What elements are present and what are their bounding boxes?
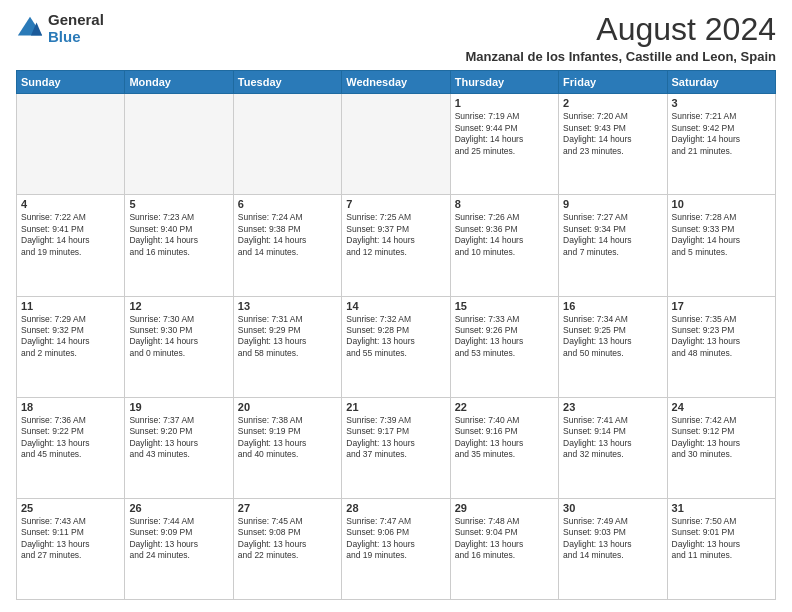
day-number: 28 bbox=[346, 502, 445, 514]
day-info: Sunrise: 7:24 AM Sunset: 9:38 PM Dayligh… bbox=[238, 212, 337, 258]
day-number: 26 bbox=[129, 502, 228, 514]
day-cell: 4Sunrise: 7:22 AM Sunset: 9:41 PM Daylig… bbox=[17, 195, 125, 296]
day-number: 4 bbox=[21, 198, 120, 210]
day-number: 1 bbox=[455, 97, 554, 109]
col-header-tuesday: Tuesday bbox=[233, 71, 341, 94]
day-number: 12 bbox=[129, 300, 228, 312]
day-cell: 16Sunrise: 7:34 AM Sunset: 9:25 PM Dayli… bbox=[559, 296, 667, 397]
day-cell: 8Sunrise: 7:26 AM Sunset: 9:36 PM Daylig… bbox=[450, 195, 558, 296]
day-cell bbox=[125, 94, 233, 195]
day-number: 2 bbox=[563, 97, 662, 109]
day-cell: 2Sunrise: 7:20 AM Sunset: 9:43 PM Daylig… bbox=[559, 94, 667, 195]
day-number: 7 bbox=[346, 198, 445, 210]
day-info: Sunrise: 7:49 AM Sunset: 9:03 PM Dayligh… bbox=[563, 516, 662, 562]
day-cell: 5Sunrise: 7:23 AM Sunset: 9:40 PM Daylig… bbox=[125, 195, 233, 296]
day-cell: 23Sunrise: 7:41 AM Sunset: 9:14 PM Dayli… bbox=[559, 397, 667, 498]
day-info: Sunrise: 7:32 AM Sunset: 9:28 PM Dayligh… bbox=[346, 314, 445, 360]
day-info: Sunrise: 7:25 AM Sunset: 9:37 PM Dayligh… bbox=[346, 212, 445, 258]
day-info: Sunrise: 7:41 AM Sunset: 9:14 PM Dayligh… bbox=[563, 415, 662, 461]
day-number: 25 bbox=[21, 502, 120, 514]
day-cell: 13Sunrise: 7:31 AM Sunset: 9:29 PM Dayli… bbox=[233, 296, 341, 397]
day-info: Sunrise: 7:29 AM Sunset: 9:32 PM Dayligh… bbox=[21, 314, 120, 360]
day-number: 24 bbox=[672, 401, 771, 413]
day-cell: 17Sunrise: 7:35 AM Sunset: 9:23 PM Dayli… bbox=[667, 296, 775, 397]
col-header-wednesday: Wednesday bbox=[342, 71, 450, 94]
day-cell: 20Sunrise: 7:38 AM Sunset: 9:19 PM Dayli… bbox=[233, 397, 341, 498]
day-info: Sunrise: 7:23 AM Sunset: 9:40 PM Dayligh… bbox=[129, 212, 228, 258]
day-info: Sunrise: 7:28 AM Sunset: 9:33 PM Dayligh… bbox=[672, 212, 771, 258]
week-row-5: 25Sunrise: 7:43 AM Sunset: 9:11 PM Dayli… bbox=[17, 498, 776, 599]
day-info: Sunrise: 7:50 AM Sunset: 9:01 PM Dayligh… bbox=[672, 516, 771, 562]
day-cell: 30Sunrise: 7:49 AM Sunset: 9:03 PM Dayli… bbox=[559, 498, 667, 599]
day-number: 13 bbox=[238, 300, 337, 312]
week-row-3: 11Sunrise: 7:29 AM Sunset: 9:32 PM Dayli… bbox=[17, 296, 776, 397]
day-number: 30 bbox=[563, 502, 662, 514]
day-info: Sunrise: 7:40 AM Sunset: 9:16 PM Dayligh… bbox=[455, 415, 554, 461]
day-cell: 10Sunrise: 7:28 AM Sunset: 9:33 PM Dayli… bbox=[667, 195, 775, 296]
day-cell: 28Sunrise: 7:47 AM Sunset: 9:06 PM Dayli… bbox=[342, 498, 450, 599]
day-number: 14 bbox=[346, 300, 445, 312]
day-number: 27 bbox=[238, 502, 337, 514]
day-number: 8 bbox=[455, 198, 554, 210]
day-cell: 21Sunrise: 7:39 AM Sunset: 9:17 PM Dayli… bbox=[342, 397, 450, 498]
logo-general: General bbox=[48, 12, 104, 29]
logo-blue: Blue bbox=[48, 29, 104, 46]
day-cell bbox=[17, 94, 125, 195]
day-info: Sunrise: 7:31 AM Sunset: 9:29 PM Dayligh… bbox=[238, 314, 337, 360]
day-number: 23 bbox=[563, 401, 662, 413]
day-cell: 15Sunrise: 7:33 AM Sunset: 9:26 PM Dayli… bbox=[450, 296, 558, 397]
day-number: 19 bbox=[129, 401, 228, 413]
logo-text: General Blue bbox=[48, 12, 104, 45]
day-cell: 26Sunrise: 7:44 AM Sunset: 9:09 PM Dayli… bbox=[125, 498, 233, 599]
day-cell: 27Sunrise: 7:45 AM Sunset: 9:08 PM Dayli… bbox=[233, 498, 341, 599]
day-cell bbox=[233, 94, 341, 195]
day-cell: 1Sunrise: 7:19 AM Sunset: 9:44 PM Daylig… bbox=[450, 94, 558, 195]
day-info: Sunrise: 7:19 AM Sunset: 9:44 PM Dayligh… bbox=[455, 111, 554, 157]
day-info: Sunrise: 7:21 AM Sunset: 9:42 PM Dayligh… bbox=[672, 111, 771, 157]
day-info: Sunrise: 7:47 AM Sunset: 9:06 PM Dayligh… bbox=[346, 516, 445, 562]
col-header-monday: Monday bbox=[125, 71, 233, 94]
day-number: 16 bbox=[563, 300, 662, 312]
day-cell bbox=[342, 94, 450, 195]
day-info: Sunrise: 7:38 AM Sunset: 9:19 PM Dayligh… bbox=[238, 415, 337, 461]
day-info: Sunrise: 7:48 AM Sunset: 9:04 PM Dayligh… bbox=[455, 516, 554, 562]
day-info: Sunrise: 7:27 AM Sunset: 9:34 PM Dayligh… bbox=[563, 212, 662, 258]
logo: General Blue bbox=[16, 12, 104, 45]
day-cell: 9Sunrise: 7:27 AM Sunset: 9:34 PM Daylig… bbox=[559, 195, 667, 296]
day-cell: 3Sunrise: 7:21 AM Sunset: 9:42 PM Daylig… bbox=[667, 94, 775, 195]
main-title: August 2024 bbox=[465, 12, 776, 47]
day-number: 21 bbox=[346, 401, 445, 413]
day-info: Sunrise: 7:45 AM Sunset: 9:08 PM Dayligh… bbox=[238, 516, 337, 562]
header: General Blue August 2024 Manzanal de los… bbox=[16, 12, 776, 64]
day-cell: 31Sunrise: 7:50 AM Sunset: 9:01 PM Dayli… bbox=[667, 498, 775, 599]
day-info: Sunrise: 7:26 AM Sunset: 9:36 PM Dayligh… bbox=[455, 212, 554, 258]
day-info: Sunrise: 7:44 AM Sunset: 9:09 PM Dayligh… bbox=[129, 516, 228, 562]
day-info: Sunrise: 7:43 AM Sunset: 9:11 PM Dayligh… bbox=[21, 516, 120, 562]
week-row-2: 4Sunrise: 7:22 AM Sunset: 9:41 PM Daylig… bbox=[17, 195, 776, 296]
day-number: 31 bbox=[672, 502, 771, 514]
day-number: 18 bbox=[21, 401, 120, 413]
day-info: Sunrise: 7:35 AM Sunset: 9:23 PM Dayligh… bbox=[672, 314, 771, 360]
day-info: Sunrise: 7:30 AM Sunset: 9:30 PM Dayligh… bbox=[129, 314, 228, 360]
day-info: Sunrise: 7:36 AM Sunset: 9:22 PM Dayligh… bbox=[21, 415, 120, 461]
day-info: Sunrise: 7:42 AM Sunset: 9:12 PM Dayligh… bbox=[672, 415, 771, 461]
day-number: 17 bbox=[672, 300, 771, 312]
day-cell: 22Sunrise: 7:40 AM Sunset: 9:16 PM Dayli… bbox=[450, 397, 558, 498]
day-info: Sunrise: 7:20 AM Sunset: 9:43 PM Dayligh… bbox=[563, 111, 662, 157]
day-number: 15 bbox=[455, 300, 554, 312]
day-info: Sunrise: 7:33 AM Sunset: 9:26 PM Dayligh… bbox=[455, 314, 554, 360]
col-header-sunday: Sunday bbox=[17, 71, 125, 94]
week-row-1: 1Sunrise: 7:19 AM Sunset: 9:44 PM Daylig… bbox=[17, 94, 776, 195]
day-cell: 11Sunrise: 7:29 AM Sunset: 9:32 PM Dayli… bbox=[17, 296, 125, 397]
day-cell: 25Sunrise: 7:43 AM Sunset: 9:11 PM Dayli… bbox=[17, 498, 125, 599]
day-number: 20 bbox=[238, 401, 337, 413]
day-info: Sunrise: 7:22 AM Sunset: 9:41 PM Dayligh… bbox=[21, 212, 120, 258]
day-cell: 29Sunrise: 7:48 AM Sunset: 9:04 PM Dayli… bbox=[450, 498, 558, 599]
day-number: 22 bbox=[455, 401, 554, 413]
day-number: 6 bbox=[238, 198, 337, 210]
title-block: August 2024 Manzanal de los Infantes, Ca… bbox=[465, 12, 776, 64]
day-number: 11 bbox=[21, 300, 120, 312]
col-header-saturday: Saturday bbox=[667, 71, 775, 94]
calendar-table: SundayMondayTuesdayWednesdayThursdayFrid… bbox=[16, 70, 776, 600]
week-row-4: 18Sunrise: 7:36 AM Sunset: 9:22 PM Dayli… bbox=[17, 397, 776, 498]
